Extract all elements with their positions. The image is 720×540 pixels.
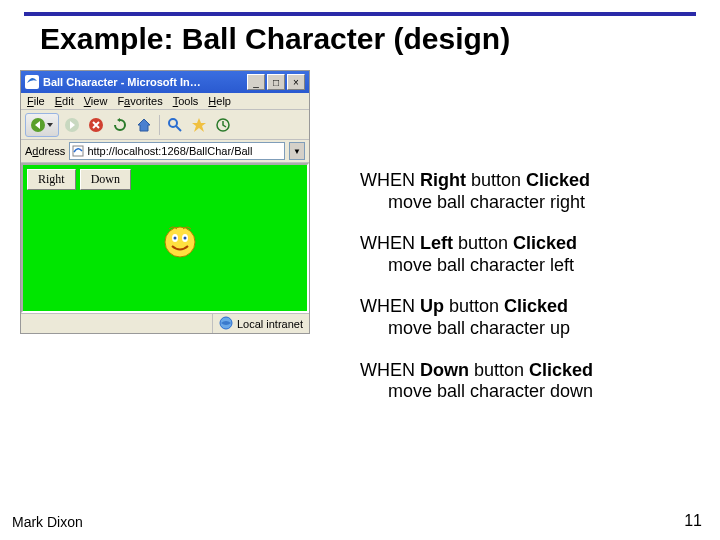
pseudo-block-right: WHEN Right button Clicked move ball char… — [360, 170, 593, 213]
toolbar — [21, 110, 309, 140]
svg-point-10 — [184, 237, 187, 240]
down-button[interactable]: Down — [80, 169, 131, 190]
search-button[interactable] — [164, 114, 186, 136]
menu-edit[interactable]: Edit — [55, 95, 74, 107]
address-bar: Address ▼ — [21, 140, 309, 163]
zone-label: Local intranet — [237, 318, 303, 330]
close-button[interactable]: × — [287, 74, 305, 90]
menu-view[interactable]: View — [84, 95, 108, 107]
pseudo-block-up: WHEN Up button Clicked move ball charact… — [360, 296, 593, 339]
page-icon — [72, 145, 84, 157]
address-label: Address — [25, 145, 65, 157]
address-box[interactable] — [69, 142, 285, 160]
page-content: Right Down — [21, 163, 309, 313]
forward-button[interactable] — [61, 114, 83, 136]
home-button[interactable] — [133, 114, 155, 136]
author: Mark Dixon — [12, 514, 83, 530]
window-title: Ball Character - Microsoft In… — [43, 76, 247, 88]
status-bar: Local intranet — [21, 313, 309, 333]
menu-file[interactable]: File — [27, 95, 45, 107]
history-button[interactable] — [212, 114, 234, 136]
right-button[interactable]: Right — [27, 169, 76, 190]
menu-tools[interactable]: Tools — [173, 95, 199, 107]
ball-character — [163, 225, 197, 259]
url-input[interactable] — [87, 145, 282, 157]
svg-point-6 — [165, 227, 195, 257]
back-button[interactable] — [25, 113, 59, 137]
address-dropdown[interactable]: ▼ — [289, 142, 305, 160]
pseudocode: WHEN Right button Clicked move ball char… — [360, 170, 593, 423]
ie-app-icon — [25, 75, 39, 89]
header-rule — [24, 12, 696, 16]
browser-window: Ball Character - Microsoft In… _ □ × Fil… — [20, 70, 310, 334]
title-bar[interactable]: Ball Character - Microsoft In… _ □ × — [21, 71, 309, 93]
pseudo-block-down: WHEN Down button Clicked move ball chara… — [360, 360, 593, 403]
page-number: 11 — [684, 512, 702, 530]
toolbar-separator — [159, 115, 160, 135]
stop-button[interactable] — [85, 114, 107, 136]
svg-point-8 — [174, 237, 177, 240]
maximize-button[interactable]: □ — [267, 74, 285, 90]
slide-title: Example: Ball Character (design) — [40, 22, 510, 56]
pseudo-block-left: WHEN Left button Clicked move ball chara… — [360, 233, 593, 276]
svg-point-3 — [169, 119, 177, 127]
menu-help[interactable]: Help — [208, 95, 231, 107]
zone-icon — [219, 316, 233, 332]
favorites-button[interactable] — [188, 114, 210, 136]
minimize-button[interactable]: _ — [247, 74, 265, 90]
menu-favorites[interactable]: Favorites — [117, 95, 162, 107]
refresh-button[interactable] — [109, 114, 131, 136]
menu-bar: File Edit View Favorites Tools Help — [21, 93, 309, 110]
